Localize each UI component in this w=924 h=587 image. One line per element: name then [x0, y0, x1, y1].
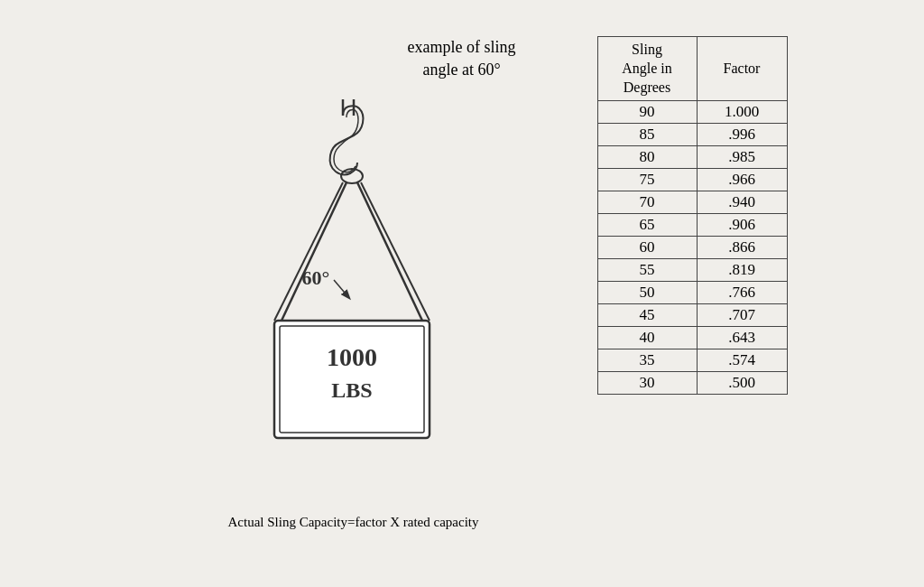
svg-line-5 [357, 182, 422, 321]
table-header-factor: Factor [697, 37, 787, 101]
table-row: 50.766 [597, 282, 787, 304]
table-cell-angle: 45 [597, 304, 697, 327]
table-cell-angle: 55 [597, 259, 697, 282]
table-row: 70.940 [597, 191, 787, 214]
table-cell-factor: .985 [697, 146, 787, 169]
table-row: 60.866 [597, 237, 787, 259]
table-cell-factor: .996 [697, 124, 787, 146]
table-row: 55.819 [597, 259, 787, 282]
sling-diagram: 1000 LBS 60° [209, 90, 498, 506]
table-cell-factor: .707 [697, 304, 787, 327]
table-header-angle: Sling Angle in Degrees [597, 37, 697, 101]
table-row: 901.000 [597, 101, 787, 124]
table-row: 75.966 [597, 169, 787, 191]
table-cell-factor: .574 [697, 349, 787, 372]
svg-text:60°: 60° [301, 266, 329, 289]
svg-text:LBS: LBS [331, 378, 372, 402]
table-cell-angle: 30 [597, 372, 697, 395]
table-cell-factor: .906 [697, 214, 787, 237]
table-row: 85.996 [597, 124, 787, 146]
table-row: 80.985 [597, 146, 787, 169]
table-cell-angle: 85 [597, 124, 697, 146]
table-cell-factor: .500 [697, 372, 787, 395]
table-row: 40.643 [597, 327, 787, 349]
table-cell-angle: 35 [597, 349, 697, 372]
table-cell-factor: 1.000 [697, 101, 787, 124]
main-container: example of sling angle at 60° [0, 0, 924, 587]
table-cell-angle: 80 [597, 146, 697, 169]
svg-line-12 [334, 280, 349, 298]
table-cell-factor: .643 [697, 327, 787, 349]
table-cell-angle: 70 [597, 191, 697, 214]
table-cell-angle: 40 [597, 327, 697, 349]
table-cell-angle: 50 [597, 282, 697, 304]
table-row: 30.500 [597, 372, 787, 395]
table-row: 45.707 [597, 304, 787, 327]
table-cell-angle: 65 [597, 214, 697, 237]
table-cell-factor: .966 [697, 169, 787, 191]
table-cell-angle: 75 [597, 169, 697, 191]
caption: Actual Sling Capacity=factor X rated cap… [228, 515, 479, 530]
table-cell-factor: .819 [697, 259, 787, 282]
table-cell-factor: .766 [697, 282, 787, 304]
example-label: example of sling angle at 60° [408, 36, 516, 81]
table-cell-angle: 90 [597, 101, 697, 124]
svg-text:1000: 1000 [327, 343, 377, 371]
svg-line-4 [274, 182, 343, 321]
left-section: example of sling angle at 60° [137, 18, 570, 530]
right-section: Sling Angle in Degrees Factor 901.00085.… [597, 18, 788, 395]
table-row: 35.574 [597, 349, 787, 372]
table-cell-factor: .940 [697, 191, 787, 214]
svg-line-3 [282, 182, 346, 321]
table-cell-factor: .866 [697, 237, 787, 259]
table-cell-angle: 60 [597, 237, 697, 259]
sling-svg: 1000 LBS 60° [209, 90, 498, 506]
angle-factor-table: Sling Angle in Degrees Factor 901.00085.… [597, 36, 788, 395]
svg-line-6 [361, 182, 430, 321]
table-row: 65.906 [597, 214, 787, 237]
